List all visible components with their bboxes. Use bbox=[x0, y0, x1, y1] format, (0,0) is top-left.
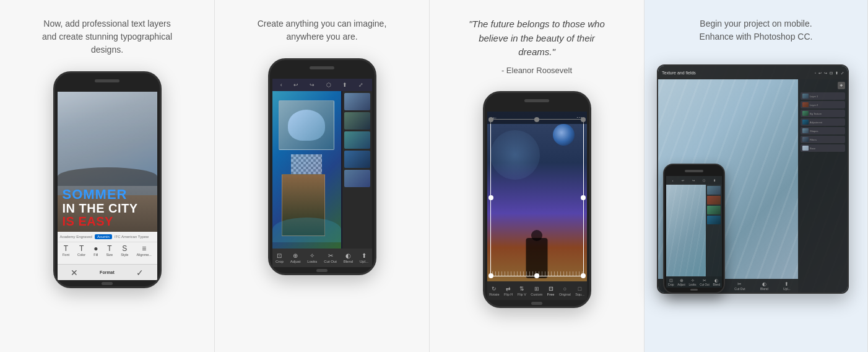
bottom-nav-1: ✕ Format ✓ bbox=[58, 264, 157, 280]
mini-thumb-2 bbox=[707, 196, 721, 205]
layer-item-5: Shapes bbox=[801, 127, 845, 134]
phone-small: ‹ ↩ ↪ ⬡ ⬆ ⊡Crop ⊕Adjust bbox=[663, 164, 725, 294]
layer-thumb-2 bbox=[802, 102, 809, 107]
layer-text-3: Bg Texture bbox=[810, 112, 822, 115]
tool-label-align: Alignme... bbox=[136, 253, 151, 257]
mini-thumb-1 bbox=[707, 186, 721, 195]
ps-undo-icon: ↩ bbox=[682, 178, 684, 182]
thumb-1 bbox=[344, 93, 370, 110]
layer-item-4: Adjustment bbox=[801, 118, 845, 126]
free-icon: ⊡ bbox=[549, 286, 553, 292]
tool-label-style: Style bbox=[121, 253, 128, 257]
ps-toolbar: ‹ ↩ ↪ ⬡ ⬆ bbox=[666, 176, 722, 185]
dt-up: ⬆Upl... bbox=[783, 281, 791, 291]
layer-fish bbox=[279, 100, 334, 150]
ps-tool-blend: ◐Blend bbox=[713, 278, 721, 286]
custom-icon: ⊞ bbox=[534, 286, 539, 292]
desktop-toolbar-icon-1: ‹ bbox=[815, 71, 816, 74]
phone-mockup-3: ← ⋯ ↻Rotate ⇄Flip H ⇅Flip V ⊞Custom ⊡Fre… bbox=[483, 91, 591, 308]
adjust-icon: ⊕ bbox=[293, 252, 298, 259]
tool-size: T Size bbox=[106, 245, 113, 257]
square-icon: □ bbox=[578, 286, 581, 292]
layer-item-3: Bg Texture bbox=[801, 110, 845, 117]
desktop-right-panel: + Layer 1 Layer 2 Bg Texture bbox=[798, 79, 848, 293]
tool-fliph: ⇄Flip H bbox=[504, 286, 513, 296]
font-label-3: ITC American Typew bbox=[115, 235, 149, 239]
thumb-2 bbox=[344, 112, 370, 130]
font-icon: T bbox=[64, 245, 68, 252]
caption-create: Create anything you can imagine, anywher… bbox=[254, 17, 390, 43]
desktop-toolbar-icon-4: ⊡ bbox=[830, 71, 833, 75]
phone-home-3 bbox=[531, 302, 542, 305]
phone-small-screen: ‹ ↩ ↪ ⬡ ⬆ ⊡Crop ⊕Adjust bbox=[666, 176, 722, 288]
original-icon: ○ bbox=[563, 286, 566, 292]
text-sommer: SOMMER bbox=[63, 188, 152, 201]
dt-blend-icon: ◐ bbox=[762, 281, 766, 287]
phone-small-speaker bbox=[685, 170, 703, 172]
devices-container: Texture and fields ‹ ↩ ↪ ⊡ ⬆ ⤢ + bbox=[657, 58, 855, 294]
phone-mockup-2: ‹ ↩ ↪ ⬡ ⬆ ⤢ bbox=[268, 58, 376, 275]
ps-layers-icon: ⬡ bbox=[703, 178, 705, 182]
fill-icon: ● bbox=[93, 245, 98, 252]
ps-tool-adjust: ⊕Adjust bbox=[677, 278, 685, 286]
thumb-4 bbox=[344, 151, 370, 168]
top-toolbar-quote: ← ⋯ bbox=[487, 112, 587, 124]
layer-thumb-1 bbox=[802, 94, 809, 99]
layer-thumb-4 bbox=[802, 120, 809, 125]
layer-text-2: Layer 2 bbox=[810, 103, 818, 107]
ps-right-panel bbox=[706, 185, 722, 276]
crop-icon: ⊡ bbox=[277, 252, 282, 259]
desktop-toolbar-icon-3: ↪ bbox=[824, 71, 827, 75]
add-layer-button: + bbox=[838, 82, 845, 89]
tool-flipv: ⇅Flip V bbox=[518, 286, 526, 296]
add-layer-area: + bbox=[801, 82, 845, 89]
layer-text-1: Layer 1 bbox=[810, 95, 818, 98]
tool-blend-2: ◐Blend bbox=[344, 252, 353, 263]
phone-speaker-2 bbox=[310, 66, 334, 69]
ps-tool-crop: ⊡Crop bbox=[668, 278, 674, 286]
caption-photoshop: Begin your project on mobile. Enhance wi… bbox=[688, 17, 824, 43]
tool-label-fill: Fill bbox=[93, 253, 98, 257]
tool-font: T Font bbox=[63, 245, 69, 257]
thumb-5 bbox=[344, 170, 370, 187]
text-overlay: SOMMER IN THE CITY IS EASY bbox=[58, 185, 157, 231]
tool-cutout-2: ✂Cut Out bbox=[324, 252, 337, 263]
dt-up-icon: ⬆ bbox=[784, 281, 789, 287]
mini-thumb-4 bbox=[707, 216, 721, 224]
desktop-toolbar: Texture and fields ‹ ↩ ↪ ⊡ ⬆ ⤢ bbox=[658, 66, 848, 79]
tool-label-size: Size bbox=[106, 253, 113, 257]
screen-create: ‹ ↩ ↪ ⬡ ⬆ ⤢ bbox=[272, 79, 372, 267]
panel-create: Create anything you can imagine, anywher… bbox=[215, 0, 430, 352]
panel-typography: Now, add professional text layers and cr… bbox=[0, 0, 215, 352]
upload-icon: ⬆ bbox=[362, 252, 367, 259]
ps-bottom-toolbar: ⊡Crop ⊕Adjust ✧Looks ✂Cut Out ◐Blend bbox=[666, 276, 722, 288]
phone-home-2 bbox=[316, 269, 328, 272]
dt-blend: ◐Blend bbox=[760, 281, 768, 291]
planet bbox=[553, 124, 575, 146]
phone-mockup-1: SOMMER IN THE CITY IS EASY Academy Engra… bbox=[53, 71, 162, 288]
caption-typography: Now, add professional text layers and cr… bbox=[39, 17, 175, 56]
tool-color: T Color bbox=[77, 245, 85, 257]
fliph-icon: ⇄ bbox=[506, 286, 511, 292]
panel-quote: "The future belongs to those who believe… bbox=[430, 0, 644, 352]
phone-small-home bbox=[690, 289, 698, 291]
font-label-1: Academy Engraved bbox=[60, 235, 92, 239]
tool-original: ○Original bbox=[559, 286, 571, 296]
flipv-icon: ⇅ bbox=[519, 286, 524, 292]
screen-quote: ← ⋯ ↻Rotate ⇄Flip H ⇅Flip V ⊞Custom ⊡Fre… bbox=[487, 112, 587, 300]
toolbar-icon-undo: ↩ bbox=[293, 82, 298, 88]
ps-crop-icon: ⊡ bbox=[669, 278, 673, 283]
dt-cutout: ✂Cut Out bbox=[734, 281, 745, 291]
ps-tool-cutout: ✂Cut Out bbox=[700, 278, 710, 286]
nav-format-label: Format bbox=[100, 270, 115, 275]
panel-photoshop: Begin your project on mobile. Enhance wi… bbox=[644, 0, 868, 352]
dt-cutout-icon: ✂ bbox=[737, 281, 742, 287]
ps-blend-icon: ◐ bbox=[714, 278, 718, 283]
tool-looks-2: ✧Looks bbox=[307, 252, 317, 263]
toolbar-more-quote: ⋯ bbox=[576, 115, 582, 121]
layer-thumb-7 bbox=[802, 146, 809, 151]
nav-cancel-1: ✕ bbox=[71, 268, 78, 278]
nav-confirm-1: ✓ bbox=[136, 268, 144, 278]
tool-custom: ⊞Custom bbox=[531, 286, 542, 296]
size-icon: T bbox=[107, 245, 111, 252]
